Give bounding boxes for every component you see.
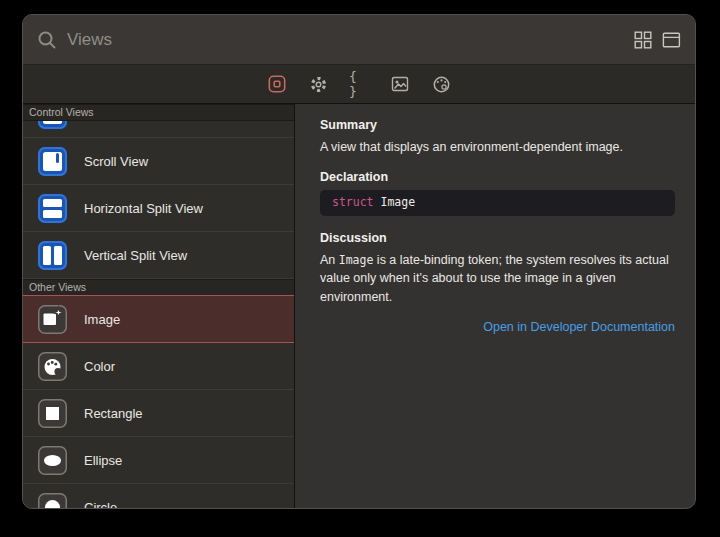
- section-header-control-views: Control Views: [23, 104, 294, 121]
- braces-icon: { }: [349, 69, 369, 99]
- window-panel-icon[interactable]: [662, 31, 681, 49]
- list-item-rectangle[interactable]: Rectangle: [23, 390, 294, 437]
- color-view-icon: [38, 352, 67, 381]
- list-item-image[interactable]: Image: [23, 295, 294, 343]
- tab-views[interactable]: [267, 74, 287, 94]
- declaration-heading: Declaration: [320, 170, 675, 184]
- views-list: Control Views Scroll View: [23, 104, 295, 508]
- list-item-label: Rectangle: [84, 406, 143, 421]
- list-item-scroll-view[interactable]: Scroll View: [23, 138, 294, 185]
- search-icon: [37, 30, 57, 50]
- palette-icon: [432, 75, 451, 94]
- search-bar: Views: [23, 15, 695, 65]
- section-header-other-views: Other Views: [23, 279, 294, 296]
- inline-code: Image: [339, 253, 374, 267]
- photo-icon: [391, 75, 409, 93]
- image-view-icon: [38, 305, 67, 334]
- detail-panel: Summary A view that displays an environm…: [295, 104, 695, 508]
- tab-modifiers[interactable]: [308, 74, 328, 94]
- open-documentation-link[interactable]: Open in Developer Documentation: [320, 320, 675, 334]
- list-item-color[interactable]: Color: [23, 343, 294, 390]
- list-item-label: Horizontal Split View: [84, 201, 203, 216]
- grid-view-icon[interactable]: [634, 31, 652, 49]
- views-icon: [268, 75, 286, 93]
- code-keyword: struct: [332, 195, 374, 209]
- list-item-vertical-split-view[interactable]: Vertical Split View: [23, 232, 294, 279]
- tab-colors[interactable]: [431, 74, 451, 94]
- declaration-code-block: struct Image: [320, 190, 675, 216]
- summary-heading: Summary: [320, 118, 675, 132]
- ellipse-view-icon: [38, 446, 67, 475]
- summary-text: A view that displays an environment-depe…: [320, 138, 675, 157]
- vertical-split-icon: [38, 241, 67, 270]
- list-item-horizontal-split-view[interactable]: Horizontal Split View: [23, 185, 294, 232]
- list-item-label: Vertical Split View: [84, 248, 187, 263]
- library-tab-bar: { }: [23, 65, 695, 104]
- code-symbol: Image: [374, 195, 416, 209]
- search-input[interactable]: Views: [67, 30, 634, 50]
- list-item-ellipse[interactable]: Ellipse: [23, 437, 294, 484]
- list-item-label: Ellipse: [84, 453, 122, 468]
- library-window: Views: [22, 14, 696, 509]
- tab-media[interactable]: [390, 74, 410, 94]
- scroll-view-icon: [38, 147, 67, 176]
- list-item-label: Circle: [84, 500, 117, 509]
- list-item-label: Color: [84, 359, 115, 374]
- circle-view-icon: [38, 493, 67, 509]
- rectangle-view-icon: [38, 399, 67, 428]
- list-item-circle[interactable]: Circle: [23, 484, 294, 508]
- list-item-label: Image: [84, 312, 120, 327]
- discussion-text: An Image is a late-binding token; the sy…: [320, 251, 675, 307]
- horizontal-split-icon: [38, 194, 67, 223]
- list-item-label: Scroll View: [84, 154, 148, 169]
- gear-icon: [309, 75, 328, 94]
- discussion-heading: Discussion: [320, 231, 675, 245]
- tab-snippets[interactable]: { }: [349, 74, 369, 94]
